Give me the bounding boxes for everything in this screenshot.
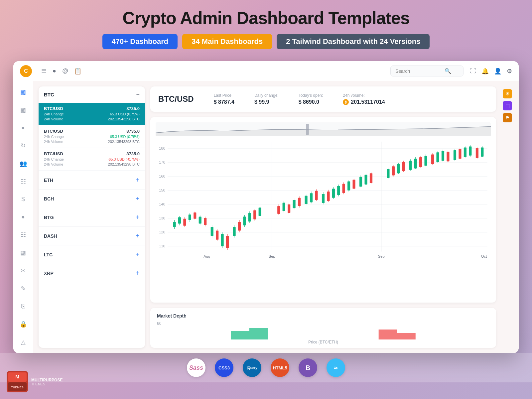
eth-expand[interactable]: + xyxy=(136,176,140,184)
btc-section-header[interactable]: BTC − xyxy=(39,86,145,103)
svg-rect-44 xyxy=(221,234,223,246)
crypto-item-btcusd-active[interactable]: BTC/USD 8735.0 24h Change 65.3 USD (0.75… xyxy=(39,103,145,125)
svg-rect-74 xyxy=(315,191,318,200)
chat-icon[interactable]: ● xyxy=(53,67,56,75)
btc-section: BTC − BTC/USD 8735.0 24h Change 65.3 USD… xyxy=(39,86,145,171)
sidebar-icon-refresh[interactable]: ↻ xyxy=(19,140,28,151)
sidebar-icon-layers[interactable]: ▩ xyxy=(18,247,28,258)
bell-icon[interactable]: 🔔 xyxy=(481,67,489,75)
chart-header-card: BTC/USD Last Price $ 8787.4 Daily change… xyxy=(150,86,496,112)
svg-text:150: 150 xyxy=(159,188,165,192)
rpb-amber-btn[interactable]: ⚑ xyxy=(503,113,512,122)
crypto-price-3: 8735.0 xyxy=(126,151,140,156)
main-title: Crypto Admin Dashboard Templates xyxy=(7,8,525,28)
svg-rect-56 xyxy=(253,210,256,219)
eth-title: ETH xyxy=(44,178,53,183)
svg-rect-28 xyxy=(178,217,181,224)
svg-rect-104 xyxy=(409,161,412,170)
svg-rect-96 xyxy=(387,169,389,178)
search-container[interactable]: 🔍 xyxy=(390,66,464,76)
sidebar-icon-warning[interactable]: △ xyxy=(19,336,28,348)
crypto-item-btcusd-3[interactable]: BTC/USD 8735.0 24h Change -65.3 USD (-0.… xyxy=(39,148,145,171)
clipboard-icon[interactable]: 📋 xyxy=(74,67,81,75)
svg-rect-88 xyxy=(352,180,355,189)
sidebar-icon-dollar[interactable]: $ xyxy=(19,194,27,205)
svg-rect-124 xyxy=(464,148,466,157)
sidebar-icon-edit[interactable]: ✎ xyxy=(19,283,28,294)
logo-text: MULTIPURPOSE THEMES xyxy=(31,378,63,386)
crypto-pair-3: BTC/USD xyxy=(44,151,63,156)
crypto-item-btcusd-2[interactable]: BTC/USD 8735.0 24h Change 65.3 USD (0.75… xyxy=(39,125,145,148)
eth-section[interactable]: ETH + xyxy=(39,171,145,189)
svg-rect-66 xyxy=(293,200,295,208)
bootstrap-badge: B xyxy=(299,358,317,377)
svg-text:Aug: Aug xyxy=(203,254,210,258)
sidebar-icon-reply[interactable]: ⎘ xyxy=(19,301,27,312)
svg-rect-110 xyxy=(424,156,427,166)
badges-row: 470+ Dashboard 34 Main Dashboards 2 Tail… xyxy=(7,34,525,49)
svg-rect-40 xyxy=(211,227,213,236)
bch-section[interactable]: BCH + xyxy=(39,189,145,208)
svg-rect-54 xyxy=(248,213,251,221)
search-input[interactable] xyxy=(395,68,442,74)
dash-expand[interactable]: + xyxy=(136,232,140,240)
ltc-expand[interactable]: + xyxy=(136,251,140,258)
svg-rect-48 xyxy=(233,227,235,236)
dashboard-container: C ☰ ● @ 📋 🔍 ⛶ 🔔 👤 ⚙ ▩ ▩ ● ↻ 👥 ☷ $ xyxy=(13,61,519,353)
svg-rect-34 xyxy=(194,212,196,219)
sidebar-icon-monitor[interactable]: ▩ xyxy=(18,86,28,98)
svg-rect-1 xyxy=(306,124,309,135)
jquery-badge: jQuery xyxy=(243,358,261,377)
user-icon[interactable]: 👤 xyxy=(494,67,501,75)
css3-badge: CSS3 xyxy=(215,358,233,377)
svg-rect-60 xyxy=(277,206,280,214)
svg-rect-126 xyxy=(469,146,471,155)
volume-value-header: ₿ 201.53117014 xyxy=(343,99,385,105)
volume-value-1: 202.13543298 BTC xyxy=(108,117,140,121)
svg-rect-98 xyxy=(392,166,395,175)
xrp-section[interactable]: XRP + xyxy=(39,264,145,282)
xrp-expand[interactable]: + xyxy=(136,269,140,277)
crypto-panel: BTC − BTC/USD 8735.0 24h Change 65.3 USD… xyxy=(39,86,145,348)
rpb-purple-btn[interactable]: ⬚ xyxy=(503,101,512,110)
sidebar-icon-chart[interactable]: ▩ xyxy=(18,104,28,116)
sidebar-icon-mail[interactable]: ✉ xyxy=(19,265,28,276)
bch-expand[interactable]: + xyxy=(136,195,140,202)
sidebar-icon-clock[interactable]: ● xyxy=(19,122,27,133)
market-depth-card: Market Depth 60 Price (BTC/ETH) xyxy=(150,308,496,348)
css3-label: CSS3 xyxy=(218,365,230,370)
btc-toggle[interactable]: − xyxy=(136,91,140,98)
at-icon[interactable]: @ xyxy=(62,67,68,75)
candlestick-chart-svg: 180 170 160 150 140 130 120 110 xyxy=(156,122,491,262)
tailwind-label: ≈ xyxy=(334,364,338,372)
ltc-section[interactable]: LTC + xyxy=(39,245,145,264)
volume-label-3: 24h Volume xyxy=(44,162,63,166)
svg-rect-64 xyxy=(288,204,290,213)
sidebar-icon-apps[interactable]: ☷ xyxy=(19,229,28,240)
jquery-label: jQuery xyxy=(247,366,257,370)
sidebar-icon-time[interactable]: ● xyxy=(19,211,27,222)
html5-label: HTML5 xyxy=(273,365,287,370)
menu-icon[interactable]: ☰ xyxy=(41,67,47,75)
sidebar-icon-lock[interactable]: 🔒 xyxy=(18,319,29,330)
volume-value-2: 202.13543298 BTC xyxy=(108,140,140,144)
svg-rect-106 xyxy=(414,159,417,168)
sidebar-icon-users[interactable]: 👥 xyxy=(18,158,29,169)
change-value-3: -65.3 USD (-0.75%) xyxy=(107,157,140,161)
svg-rect-80 xyxy=(332,189,335,198)
dash-section[interactable]: DASH + xyxy=(39,226,145,245)
crypto-price-2: 8735.0 xyxy=(126,129,140,134)
settings-icon[interactable]: ⚙ xyxy=(507,67,512,75)
expand-icon[interactable]: ⛶ xyxy=(470,67,476,74)
svg-text:160: 160 xyxy=(159,174,165,178)
rpb-orange-btn[interactable]: ☀ xyxy=(503,89,512,98)
sidebar-icon-grid[interactable]: ☷ xyxy=(19,176,28,187)
crypto-pair-2: BTC/USD xyxy=(44,129,63,134)
nav-logo: C xyxy=(20,65,32,77)
crypto-pair-active: BTC/USD xyxy=(44,106,63,111)
btg-expand[interactable]: + xyxy=(136,213,140,221)
svg-rect-128 xyxy=(476,148,478,158)
svg-text:Sep: Sep xyxy=(269,254,275,258)
btg-section[interactable]: BTG + xyxy=(39,208,145,226)
bottom-bar: Sass CSS3 jQuery HTML5 B ≈ xyxy=(0,353,532,382)
